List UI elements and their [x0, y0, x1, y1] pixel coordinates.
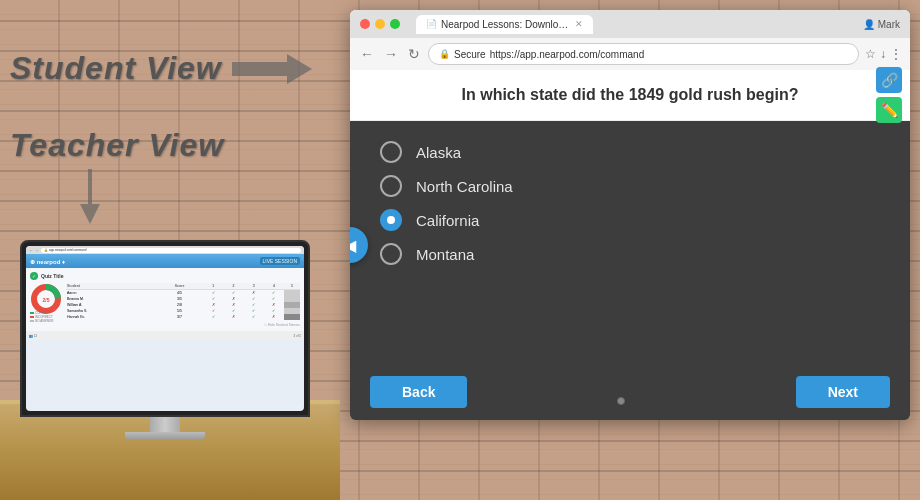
window-controls [360, 19, 400, 29]
monitor-toolbar: ⊕ nearpod ♦ LIVE SESSION [26, 254, 304, 268]
radio-alaska[interactable] [380, 141, 402, 163]
projector-screw [617, 397, 625, 405]
back-button[interactable]: Back [370, 376, 467, 408]
left-arrow-icon: ◀ [350, 236, 356, 255]
browser-action-buttons: ☆ ↓ ⋮ [865, 47, 902, 61]
option-alaska-text: Alaska [416, 144, 461, 161]
monitor-stand-neck [150, 417, 180, 432]
minimize-dot[interactable] [375, 19, 385, 29]
close-dot[interactable] [360, 19, 370, 29]
quiz-share-icon[interactable]: 🔗 [876, 67, 902, 93]
svg-marker-1 [78, 169, 100, 224]
radio-montana[interactable] [380, 243, 402, 265]
secure-label: Secure [454, 49, 486, 60]
tab-close-icon[interactable]: ✕ [575, 19, 583, 29]
left-panel: Student View Teacher View ←→ 🔒 app [0, 0, 340, 500]
monitor-screen: ←→ 🔒 app.nearpod.com/command ⊕ nearpod ♦… [26, 246, 304, 411]
student-view-label: Student View [10, 50, 222, 87]
user-icon: 👤 [863, 19, 875, 30]
browser-user: 👤 Mark [863, 19, 900, 30]
menu-button[interactable]: ⋮ [890, 47, 902, 61]
student-view-arrow [232, 54, 312, 84]
browser-addressbar: ← → ↻ 🔒 Secure https://app.nearpod.com/c… [350, 38, 910, 70]
url-text: https://app.nearpod.com/command [490, 49, 645, 60]
next-button[interactable]: Next [796, 376, 890, 408]
quiz-option-montana[interactable]: Montana [380, 243, 880, 265]
student-view-section: Student View [10, 50, 320, 87]
monitor-brand: ⊕ nearpod ♦ [30, 258, 65, 265]
teacher-view-arrow [70, 169, 110, 224]
radio-north-carolina[interactable] [380, 175, 402, 197]
monitor-screen-outer: ←→ 🔒 app.nearpod.com/command ⊕ nearpod ♦… [20, 240, 310, 417]
browser-titlebar: 📄 Nearpod Lessons: Download... ✕ 👤 Mark [350, 10, 910, 38]
tab-label: Nearpod Lessons: Download... [441, 19, 571, 30]
option-california-text: California [416, 212, 479, 229]
option-north-carolina-text: North Carolina [416, 178, 513, 195]
quiz-action-icons: 🔗 ✏️ [876, 67, 902, 123]
forward-nav-button[interactable]: → [382, 46, 400, 62]
secure-badge: 🔒 [439, 49, 450, 59]
quiz-navigation: Back Next [350, 364, 910, 420]
monitor-stand-base [125, 432, 205, 440]
monitor-quiz-title: Quiz Title [41, 273, 63, 279]
browser-chrome: 📄 Nearpod Lessons: Download... ✕ 👤 Mark … [350, 10, 910, 70]
quiz-option-california[interactable]: California [380, 209, 880, 231]
quiz-option-alaska[interactable]: Alaska [380, 141, 880, 163]
download-button[interactable]: ↓ [880, 47, 886, 61]
back-nav-button[interactable]: ← [358, 46, 376, 62]
quiz-question-text: In which state did the 1849 gold rush be… [462, 86, 799, 103]
teacher-view-section: Teacher View [10, 127, 320, 224]
monitor-content: ✓ Quiz Title 2/5 [26, 268, 304, 331]
maximize-dot[interactable] [390, 19, 400, 29]
svg-marker-0 [232, 54, 312, 84]
radio-california[interactable] [380, 209, 402, 231]
quiz-option-north-carolina[interactable]: North Carolina [380, 175, 880, 197]
quiz-question-bar: In which state did the 1849 gold rush be… [350, 70, 910, 121]
teacher-monitor: ←→ 🔒 app.nearpod.com/command ⊕ nearpod ♦… [20, 240, 310, 440]
svg-text:2/5: 2/5 [43, 297, 50, 303]
browser-window: 📄 Nearpod Lessons: Download... ✕ 👤 Mark … [350, 10, 910, 420]
quiz-area: ◀ In which state did the 1849 gold rush … [350, 70, 910, 420]
refresh-nav-button[interactable]: ↻ [406, 46, 422, 62]
quiz-options: Alaska North Carolina California Montana [350, 121, 910, 364]
option-montana-text: Montana [416, 246, 474, 263]
quiz-edit-icon[interactable]: ✏️ [876, 97, 902, 123]
bookmark-button[interactable]: ☆ [865, 47, 876, 61]
address-bar[interactable]: 🔒 Secure https://app.nearpod.com/command [428, 43, 859, 65]
teacher-view-label: Teacher View [10, 127, 224, 164]
browser-tab[interactable]: 📄 Nearpod Lessons: Download... ✕ [416, 15, 593, 34]
